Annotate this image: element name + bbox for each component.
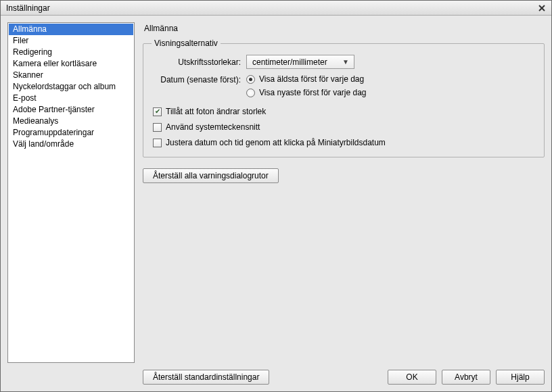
radio-icon	[246, 75, 255, 84]
settings-window: Inställningar Allmänna Filer Redigering …	[0, 0, 552, 392]
checkbox-label: Justera datum och tid genom att klicka p…	[166, 138, 386, 147]
radio-newest-first[interactable]: Visa nyaste först för varje dag	[246, 88, 367, 97]
category-sidebar: Allmänna Filer Redigering Kamera eller k…	[7, 22, 135, 363]
sidebar-item-media-analysis[interactable]: Medieanalys	[9, 116, 133, 127]
radio-label: Visa nyaste först för varje dag	[259, 88, 367, 97]
sidebar-item-files[interactable]: Filer	[9, 35, 133, 47]
checkbox-icon	[153, 123, 162, 132]
radio-oldest-first[interactable]: Visa äldsta först för varje dag	[246, 74, 367, 84]
radio-label: Visa äldsta först för varje dag	[259, 74, 364, 84]
display-options-group: Visningsalternativ Utskriftsstorlekar: c…	[143, 39, 545, 157]
cancel-button[interactable]: Avbryt	[442, 370, 490, 385]
close-button[interactable]	[535, 3, 549, 14]
sidebar-item-keywords[interactable]: Nyckelordstaggar och album	[9, 81, 133, 93]
panel-title: Allmänna	[144, 24, 545, 33]
help-button[interactable]: Hjälp	[496, 370, 545, 385]
sidebar-item-general[interactable]: Allmänna	[9, 24, 133, 35]
radio-icon	[246, 89, 255, 97]
close-icon	[538, 5, 545, 11]
sidebar-item-camera[interactable]: Kamera eller kortläsare	[9, 58, 133, 70]
sidebar-item-editing[interactable]: Redigering	[9, 47, 133, 58]
dialog-footer: Återställ standardinställningar OK Avbry…	[7, 370, 545, 385]
checkbox-icon	[153, 107, 162, 116]
restore-defaults-button[interactable]: Återställ standardinställningar	[143, 370, 269, 385]
sidebar-item-country[interactable]: Välj land/område	[9, 139, 133, 150]
checkbox-adjust-date[interactable]: Justera datum och tid genom att klicka p…	[153, 138, 536, 147]
checkbox-allow-resize[interactable]: Tillåt att foton ändrar storlek	[153, 107, 536, 116]
checkbox-system-fonts[interactable]: Använd systemteckensnitt	[153, 122, 536, 132]
print-sizes-value: centimeter/millimeter	[252, 57, 340, 67]
checkbox-icon	[153, 139, 162, 147]
titlebar: Inställningar	[1, 1, 551, 16]
panel-general: Allmänna Visningsalternativ Utskriftssto…	[143, 22, 545, 363]
sidebar-item-email[interactable]: E-post	[9, 93, 133, 104]
date-order-label: Datum (senaste först):	[152, 74, 246, 84]
window-title: Inställningar	[6, 3, 535, 13]
ok-button[interactable]: OK	[388, 370, 436, 385]
sidebar-item-partner[interactable]: Adobe Partner-tjänster	[9, 104, 133, 116]
checkbox-label: Använd systemteckensnitt	[166, 122, 260, 132]
chevron-down-icon: ▼	[340, 58, 351, 66]
checkbox-label: Tillåt att foton ändrar storlek	[166, 107, 266, 116]
group-title: Visningsalternativ	[152, 39, 221, 48]
reset-warnings-button[interactable]: Återställ alla varningsdialogrutor	[143, 168, 279, 183]
sidebar-item-scanner[interactable]: Skanner	[9, 70, 133, 81]
sidebar-item-updates[interactable]: Programuppdateringar	[9, 127, 133, 139]
print-sizes-label: Utskriftsstorlekar:	[152, 57, 246, 67]
print-sizes-dropdown[interactable]: centimeter/millimeter ▼	[246, 55, 354, 69]
